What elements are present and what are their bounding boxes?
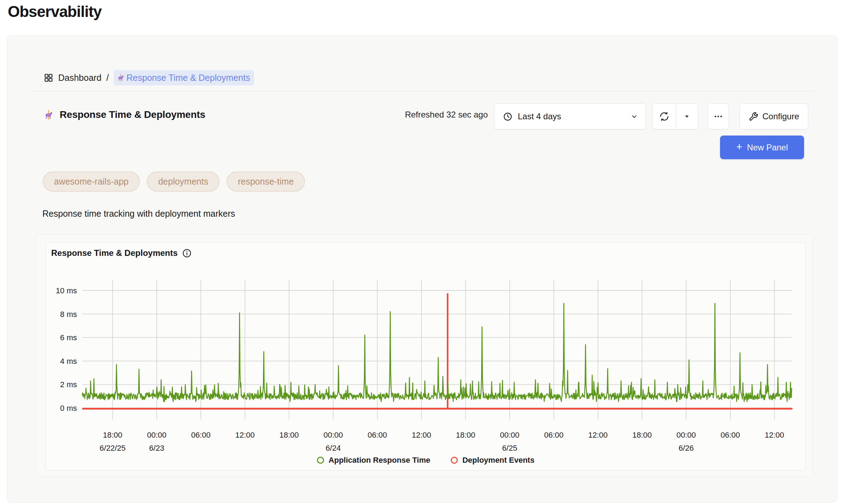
time-range-select[interactable]: Last 4 days xyxy=(494,103,646,130)
chevron-down-icon xyxy=(630,112,639,121)
refreshed-status: Refreshed 32 sec ago xyxy=(385,106,488,123)
tag-response-time[interactable]: response-time xyxy=(227,172,305,192)
svg-text:12:00: 12:00 xyxy=(412,431,431,439)
legend-ring-deployments xyxy=(451,457,458,464)
new-panel-label: New Panel xyxy=(747,143,788,152)
ellipsis-icon xyxy=(714,112,723,121)
dashboard-card: Dashboard / Response Time & Deployments xyxy=(7,35,837,503)
caret-down-icon xyxy=(683,113,690,120)
tag-awesome-rails-app[interactable]: awesome-rails-app xyxy=(43,172,140,192)
more-options-button[interactable] xyxy=(708,103,729,130)
tools-icon xyxy=(749,112,758,121)
svg-text:6/26: 6/26 xyxy=(679,444,694,452)
configure-label: Configure xyxy=(762,112,799,121)
legend-label-response-time: Application Response Time xyxy=(329,456,430,465)
breadcrumb-dashboard-link[interactable]: Dashboard xyxy=(58,73,101,83)
svg-text:12:00: 12:00 xyxy=(765,431,784,439)
chart-legend: Application Response Time Deployment Eve… xyxy=(46,456,805,465)
plus-icon: + xyxy=(736,142,743,152)
refresh-interval-dropdown[interactable] xyxy=(676,104,698,129)
carousel-horse-icon xyxy=(43,109,54,120)
svg-text:18:00: 18:00 xyxy=(456,431,475,439)
breadcrumb-current-label: Response Time & Deployments xyxy=(126,73,250,83)
axis-labels: 0 ms2 ms4 ms6 ms8 ms10 ms18:006/22/2500:… xyxy=(56,286,784,452)
header-divider xyxy=(30,91,814,91)
breadcrumb: Dashboard / Response Time & Deployments xyxy=(44,68,254,87)
svg-text:18:00: 18:00 xyxy=(103,431,122,439)
legend-item-deployments[interactable]: Deployment Events xyxy=(451,456,534,465)
svg-text:10 ms: 10 ms xyxy=(56,286,77,295)
legend-ring-response-time xyxy=(317,457,324,464)
svg-text:6 ms: 6 ms xyxy=(60,333,77,342)
svg-text:18:00: 18:00 xyxy=(632,431,652,439)
configure-button[interactable]: Configure xyxy=(739,103,808,130)
svg-text:00:00: 00:00 xyxy=(323,431,343,439)
chart-title-row: Response Time & Deployments xyxy=(51,248,192,258)
info-icon[interactable] xyxy=(182,248,192,258)
series-response-time xyxy=(82,304,792,402)
breadcrumb-current[interactable]: Response Time & Deployments xyxy=(114,70,254,85)
refresh-icon xyxy=(659,112,669,121)
tag-list: awesome-rails-app deployments response-t… xyxy=(43,172,305,192)
svg-text:6/23: 6/23 xyxy=(149,444,164,452)
panel-description: Response time tracking with deployment m… xyxy=(42,209,235,219)
svg-text:00:00: 00:00 xyxy=(500,431,519,439)
chart-title: Response Time & Deployments xyxy=(51,248,178,258)
svg-text:06:00: 06:00 xyxy=(544,431,563,439)
svg-text:06:00: 06:00 xyxy=(191,431,210,439)
breadcrumb-separator: / xyxy=(106,73,109,83)
svg-text:6/25: 6/25 xyxy=(502,444,517,452)
new-panel-button[interactable]: + New Panel xyxy=(720,136,804,159)
panel-title: Response Time & Deployments xyxy=(60,109,205,120)
svg-text:4 ms: 4 ms xyxy=(60,357,77,366)
panel-header: Response Time & Deployments xyxy=(43,106,205,123)
tag-deployments[interactable]: deployments xyxy=(147,172,220,192)
chart-card: 0 ms2 ms4 ms6 ms8 ms10 ms18:006/22/2500:… xyxy=(36,234,813,477)
svg-text:2 ms: 2 ms xyxy=(60,380,77,389)
svg-text:00:00: 00:00 xyxy=(147,431,166,439)
svg-text:6/22/25: 6/22/25 xyxy=(100,444,125,452)
time-range-value: Last 4 days xyxy=(518,112,561,121)
page-title: Observability xyxy=(8,3,102,20)
svg-text:8 ms: 8 ms xyxy=(60,310,77,319)
chart-svg: 0 ms2 ms4 ms6 ms8 ms10 ms18:006/22/2500:… xyxy=(46,243,806,471)
svg-text:12:00: 12:00 xyxy=(235,431,254,439)
svg-text:00:00: 00:00 xyxy=(676,431,696,439)
dashboard-grid-icon xyxy=(44,73,53,83)
svg-text:12:00: 12:00 xyxy=(588,431,607,439)
svg-text:0 ms: 0 ms xyxy=(60,404,77,413)
legend-label-deployments: Deployment Events xyxy=(462,456,534,465)
clock-icon xyxy=(503,112,513,121)
carousel-horse-icon xyxy=(116,73,125,82)
refresh-split-button xyxy=(652,103,698,130)
svg-text:18:00: 18:00 xyxy=(279,431,299,439)
svg-text:6/24: 6/24 xyxy=(326,444,341,452)
svg-text:06:00: 06:00 xyxy=(720,431,740,439)
chart-panel: 0 ms2 ms4 ms6 ms8 ms10 ms18:006/22/2500:… xyxy=(46,242,806,471)
legend-item-response-time[interactable]: Application Response Time xyxy=(317,456,430,465)
svg-text:06:00: 06:00 xyxy=(367,431,387,439)
refresh-button[interactable] xyxy=(653,104,676,129)
